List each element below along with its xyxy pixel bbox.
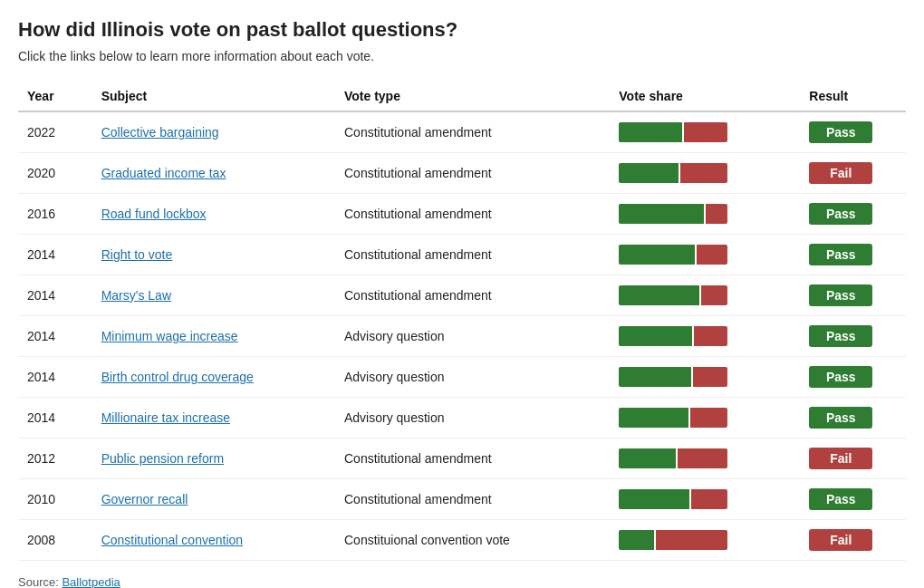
cell-result: Pass [800,194,906,235]
cell-result: Fail [800,153,906,194]
vote-bar [619,530,727,550]
cell-vote-share [610,153,800,194]
cell-year: 2022 [18,111,92,153]
cell-result: Pass [800,316,906,357]
vote-bar [619,408,727,428]
result-badge: Pass [809,284,872,306]
col-votetype: Vote type [335,82,610,111]
cell-vote-type: Advisory question [335,357,610,398]
vote-bar-red [691,489,727,509]
cell-vote-type: Constitutional amendment [335,194,610,235]
subject-link[interactable]: Minimum wage increase [101,329,238,343]
vote-bar-red [678,448,728,468]
vote-bar [619,245,727,265]
vote-bar-red [697,245,727,265]
subject-link[interactable]: Millionaire tax increase [101,410,230,425]
cell-vote-share [610,111,800,153]
cell-result: Pass [800,235,906,275]
vote-bar-red [694,326,728,346]
cell-subject: Right to vote [92,235,335,275]
result-badge: Pass [809,366,872,388]
subject-link[interactable]: Birth control drug coverage [101,370,254,384]
table-row: 2014Marsy's LawConstitutional amendmentP… [18,275,906,316]
cell-year: 2014 [18,398,92,439]
subject-link[interactable]: Constitutional convention [101,533,243,547]
vote-bar-red [706,204,727,224]
vote-bar-green [619,408,688,428]
vote-bar-red [680,163,727,183]
source-label: Source: [18,575,62,588]
vote-bar-green [619,489,689,509]
vote-bar [619,163,727,183]
vote-bar-green [619,326,691,346]
cell-vote-type: Constitutional amendment [335,479,610,520]
source-attribution: Source: Ballotpedia [18,575,906,588]
result-badge: Pass [809,244,872,265]
cell-vote-type: Constitutional amendment [335,235,610,275]
cell-year: 2014 [18,275,92,316]
table-row: 2010Governor recallConstitutional amendm… [18,479,906,520]
vote-bar-green [619,245,695,265]
result-badge: Pass [809,325,872,347]
result-badge: Pass [809,203,872,225]
subject-link[interactable]: Public pension reform [101,451,224,466]
cell-vote-type: Constituional convention vote [335,520,610,561]
cell-vote-type: Advisory question [335,316,610,357]
cell-year: 2014 [18,357,92,398]
vote-bar [619,204,727,224]
vote-bar-red [701,285,727,305]
table-header-row: Year Subject Vote type Vote share Result [18,82,906,111]
cell-subject: Minimum wage increase [92,316,335,357]
subject-link[interactable]: Graduated income tax [101,166,226,180]
vote-bar [619,285,727,305]
vote-bar-red [656,530,728,550]
vote-bar-green [619,448,675,468]
cell-subject: Marsy's Law [92,275,335,316]
table-row: 2014Minimum wage increaseAdvisory questi… [18,316,906,357]
col-year: Year [18,82,92,111]
vote-bar-green [619,367,690,387]
vote-bar-green [619,530,653,550]
cell-subject: Constitutional convention [92,520,335,561]
vote-bar [619,122,727,142]
cell-subject: Birth control drug coverage [92,357,335,398]
vote-bar [619,326,727,346]
table-row: 2020Graduated income taxConstitutional a… [18,153,906,194]
vote-bar-green [619,122,682,142]
vote-bar [619,489,727,509]
cell-subject: Public pension reform [92,439,335,479]
subject-link[interactable]: Marsy's Law [101,288,171,303]
table-row: 2022Collective bargainingConstitutional … [18,111,906,153]
cell-vote-share [610,479,800,520]
subject-link[interactable]: Road fund lockbox [101,207,207,221]
subject-link[interactable]: Collective bargaining [101,125,219,140]
cell-subject: Road fund lockbox [92,194,335,235]
table-row: 2016Road fund lockboxConstitutional amen… [18,194,906,235]
cell-subject: Graduated income tax [92,153,335,194]
cell-result: Fail [800,520,906,561]
cell-vote-share [610,357,800,398]
table-row: 2012Public pension reformConstitutional … [18,439,906,479]
cell-result: Fail [800,439,906,479]
cell-subject: Governor recall [92,479,335,520]
source-link[interactable]: Ballotpedia [62,575,120,588]
cell-year: 2020 [18,153,92,194]
cell-year: 2010 [18,479,92,520]
subject-link[interactable]: Governor recall [101,492,188,506]
cell-vote-share [610,398,800,439]
col-subject: Subject [92,82,335,111]
result-badge: Fail [809,162,872,184]
vote-bar [619,367,727,387]
cell-year: 2014 [18,235,92,275]
table-row: 2014Birth control drug coverageAdvisory … [18,357,906,398]
result-badge: Fail [809,529,872,551]
cell-vote-share [610,520,800,561]
subject-link[interactable]: Right to vote [101,247,173,262]
cell-result: Pass [800,357,906,398]
page-title: How did Illinois vote on past ballot que… [18,18,906,42]
votes-table: Year Subject Vote type Vote share Result… [18,82,906,561]
table-row: 2008Constitutional conventionConstituion… [18,520,906,561]
cell-vote-type: Advisory question [335,398,610,439]
vote-bar-red [690,408,727,428]
cell-year: 2014 [18,316,92,357]
